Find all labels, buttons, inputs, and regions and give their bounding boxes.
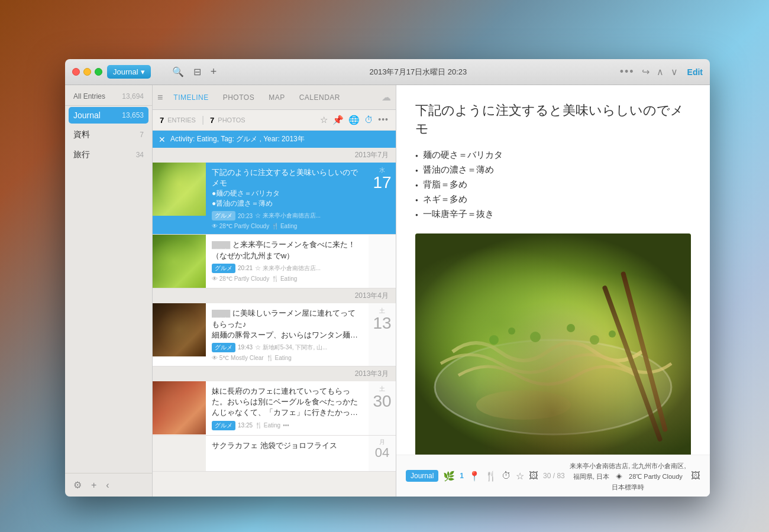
list-item[interactable]: 妹に長府のカフェに連れていってもらった。おいらは別にベーグルを食べたっかたんじゃ… [153,381,396,436]
entry-body: 妹に長府のカフェに連れていってもらった。おいらは別にベーグルを食べたっかたんじゃ… [206,381,369,435]
photos-label: PHOTOS [218,116,245,124]
bullet-dot: ● [415,212,418,218]
entry-meta: グルメ 13:25 🍴 Eating ••• [212,421,363,430]
detail-panel: 下記のように注文すると美味いらしいのでメモ ● 麺の硬さ＝バリカタ ● 醤油の濃… [396,85,710,497]
journal-app-button[interactable]: Journal ▾ [107,65,151,79]
entry-body: サクラカフェ 池袋でジョロフライス [206,436,369,471]
detail-footer: Journal 🌿 1 📍 🍴 ⏱ ☆ 🖼 30 / 83 来来亭小倉南徳吉店,… [396,455,710,497]
meta-activity: 🍴 Eating [272,223,297,229]
bullet-text: 背脂＝多め [423,179,467,190]
title-center: 2013年7月17日水曜日 20:23 [221,67,615,77]
meta-weather: 👁 28℃ Partly Cloudy [212,275,269,282]
entry-thumbnail [153,436,206,471]
date-num-col [369,235,396,288]
edit-button[interactable]: Edit [687,67,703,77]
location-icon[interactable]: 📍 [468,471,480,482]
add-entry-icon[interactable]: + [211,66,217,78]
bullet-item: ● 醤油の濃さ＝薄め [415,163,691,177]
more-filter-icon[interactable]: ••• [378,115,389,125]
all-entries-label[interactable]: All Entries [73,92,105,100]
meta-weather: 👁 5℃ Mostly Clear [212,355,264,361]
fullscreen-button[interactable] [95,68,102,76]
meta-activity: 🍴 Eating [255,422,280,429]
filter-text: Activity: Eating, Tag: グルメ , Year: 2013年 [170,134,305,144]
share-icon[interactable]: ↪ [642,66,650,77]
meta-tag: グルメ [212,211,235,220]
bullet-dot: ● [415,197,418,203]
svg-point-3 [508,327,515,335]
entry-thumbnail [153,235,206,288]
leaf-icon[interactable]: 🌿 [443,471,455,482]
settings-icon[interactable]: ⚙ [73,479,82,491]
dropdown-arrow-icon: ▾ [141,67,145,76]
date-num-col: 月 04 [369,436,396,471]
tab-map[interactable]: MAP [263,91,291,104]
bullet-text: ネギ＝多め [423,194,467,205]
title-bar: Journal ▾ 🔍 ⊟ + 2013年7月17日水曜日 20:23 ••• … [65,59,710,85]
journal-tag-button[interactable]: Journal [406,470,438,482]
bullet-item: ● 麺の硬さ＝バリカタ [415,148,691,163]
next-entry-icon[interactable]: ∨ [671,66,678,77]
stat-icons: ☆ 📌 🌐 ⏱ ••• [320,115,389,125]
date-num: 17 [373,174,391,191]
more-options-icon[interactable]: ••• [620,66,635,78]
tab-calendar[interactable]: CALENDAR [293,91,346,104]
filter-close-icon[interactable]: ✕ [159,135,166,144]
meta-tag: グルメ [212,421,235,430]
activity-icon[interactable]: 🍴 [485,471,497,482]
add-journal-icon[interactable]: + [91,480,96,491]
sidebar-item-shiryo-label: 資料 [73,129,90,140]
entry-meta: グルメ 20:21 ☆ 来来亭小倉南徳吉店... 👁 28℃ Partly Cl… [212,264,363,282]
sidebar-header: All Entries 13,694 [65,85,152,106]
sidebar-item-journal[interactable]: Journal 13,653 [69,107,148,124]
sidebar-item-shiryo-count: 7 [140,131,144,139]
list-item[interactable]: サクラカフェ 池袋でジョロフライス 月 04 [153,436,396,472]
date-num-col: 土 30 [369,381,396,435]
split-view-icon[interactable]: ⊟ [193,66,201,77]
svg-point-4 [530,332,541,342]
list-item[interactable]: ████ に美味しいラーメン屋に連れてってもらった♪細麺の豚骨スープ、おいらはワ… [153,303,396,366]
meta-location: ☆ 来来亭小倉南徳吉店... [255,264,321,273]
list-item[interactable]: 下記のように注文すると美味いらしいのでメモ ●麺の硬さ＝バリカタ ●醤油の濃さ＝… [153,163,396,235]
bullet-text: 麺の硬さ＝バリカタ [423,150,503,161]
bullet-dot: ● [415,183,418,188]
tab-photos[interactable]: PHOTOS [217,91,260,104]
footer-image-icon[interactable]: 🖼 [691,471,700,481]
bullet-dot: ● [415,168,418,173]
back-icon[interactable]: ≡ [157,92,163,103]
meta-more: ••• [283,422,289,429]
tab-timeline[interactable]: TIMELINE [167,91,214,104]
timer-filter-icon[interactable]: ⏱ [364,115,373,125]
entry-body: 下記のように注文すると美味いらしいのでメモ ●麺の硬さ＝バリカタ ●醤油の濃さ＝… [206,163,369,234]
sidebar-item-ryoko[interactable]: 旅行 34 [65,145,152,165]
star-icon[interactable]: ☆ [516,471,524,482]
sidebar-item-ryoko-count: 34 [136,151,144,159]
entry-bullet2: ●醤油の濃さ＝薄め [212,199,363,209]
date-num: 30 [373,393,391,410]
meta-tag: グルメ [212,264,235,273]
search-icon[interactable]: 🔍 [172,66,184,77]
traffic-lights [72,68,102,76]
entry-title: 下記のように注文すると美味いらしいのでメモ [212,167,363,189]
timer-icon[interactable]: ⏱ [502,471,511,481]
close-button[interactable] [72,68,80,76]
minimize-button[interactable] [83,68,91,76]
star-filter-icon[interactable]: ☆ [320,115,328,125]
cloud-sync-icon[interactable]: ☁ [382,92,391,103]
journal-app-label: Journal [113,67,138,76]
collapse-icon[interactable]: ‹ [106,480,109,491]
svg-rect-9 [621,271,668,432]
title-icons: ••• ↪ ∧ ∨ [620,66,678,78]
meta-time: 13:25 [238,422,253,429]
list-item[interactable]: ████ と来来亭にラーメンを食べに来た！（なぜか北九州までw） グルメ 20:… [153,235,396,288]
all-entries-count: 13,694 [122,92,144,100]
sidebar-item-shiryo[interactable]: 資料 7 [65,125,152,145]
pin-filter-icon[interactable]: 📌 [332,115,344,125]
photos-count: 7 [210,116,214,125]
prev-entry-icon[interactable]: ∧ [657,66,664,77]
detail-title: 下記のように注文すると美味いらしいのでメモ [415,102,691,138]
svg-rect-0 [415,233,691,455]
globe-filter-icon[interactable]: 🌐 [348,115,360,125]
photo-icon[interactable]: 🖼 [529,471,538,481]
app-window: Journal ▾ 🔍 ⊟ + 2013年7月17日水曜日 20:23 ••• … [65,59,710,497]
